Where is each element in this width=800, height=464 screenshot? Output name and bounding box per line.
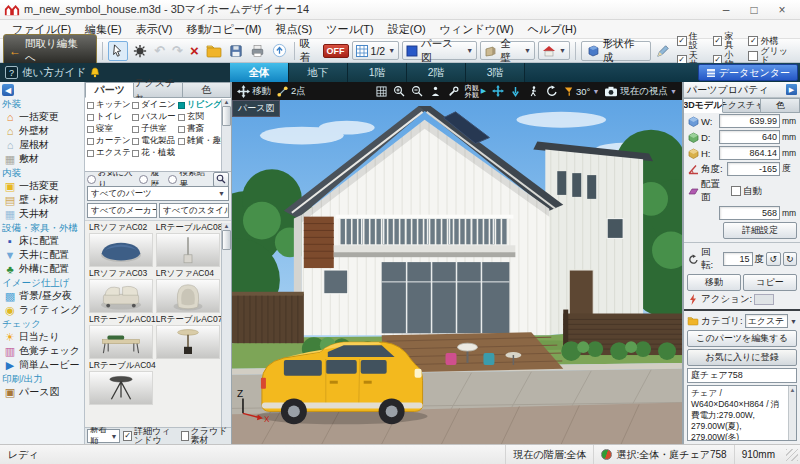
menu-view[interactable]: 表示(V) bbox=[130, 22, 179, 37]
move-down-button[interactable] bbox=[509, 85, 522, 98]
part-name-field[interactable]: 庭チェア758 bbox=[687, 368, 797, 383]
width-field[interactable]: 639.99 bbox=[719, 114, 780, 128]
part-item[interactable]: LRテーブルAC07 bbox=[156, 315, 223, 359]
sidebar-item-wall-floor-material[interactable]: ▤壁・床材 bbox=[0, 193, 84, 207]
measure-pencil-button[interactable] bbox=[654, 42, 672, 60]
rotate-ccw-button[interactable]: ↺ bbox=[766, 252, 780, 266]
select-cursor-button[interactable] bbox=[108, 41, 128, 61]
category-study[interactable]: 書斎 bbox=[176, 123, 222, 135]
detail-settings-button[interactable]: 詳細設定 bbox=[723, 222, 797, 239]
auto-checkbox[interactable] bbox=[731, 186, 741, 196]
sidebar-item-perspective[interactable]: ▣パース図 bbox=[0, 385, 84, 399]
sidebar-item-place-on-floor[interactable]: ▪床に配置 bbox=[0, 234, 84, 248]
two-point-tool[interactable]: 2点 bbox=[276, 85, 306, 98]
wall-mode-dropdown[interactable]: 全壁▼ bbox=[480, 41, 535, 60]
tab-3d-model[interactable]: 3Dモデル bbox=[684, 98, 723, 113]
view-settings-button[interactable] bbox=[447, 85, 460, 98]
parts-scrollbar[interactable]: ▲ bbox=[221, 223, 231, 427]
interior-exterior-toggle[interactable]: 内観外観▶ bbox=[465, 84, 486, 98]
orbit-button[interactable] bbox=[545, 85, 558, 98]
menu-move-copy[interactable]: 移動/コピー(M) bbox=[180, 22, 267, 37]
category-kids-room[interactable]: 子供室 bbox=[130, 123, 176, 135]
check-furniture[interactable]: ✓家具 bbox=[713, 32, 743, 50]
panel-collapse-button[interactable]: ▶ bbox=[786, 84, 797, 95]
add-favorite-button[interactable]: お気に入りに登録 bbox=[687, 349, 797, 366]
data-center-button[interactable]: データセンター bbox=[698, 64, 798, 81]
sidebar-item-sunlight[interactable]: ☀日当たり bbox=[0, 330, 84, 344]
tab-color[interactable]: 色 bbox=[183, 82, 231, 98]
category-curtain-rug[interactable]: カーテン・ラグ bbox=[85, 135, 130, 147]
sun-angle-dropdown[interactable]: 30°▼ bbox=[563, 86, 599, 97]
copy-button[interactable]: コピー bbox=[743, 274, 797, 291]
part-item[interactable]: LRソファAC02 bbox=[89, 223, 156, 267]
part-item[interactable]: LRテーブルAC08 bbox=[156, 223, 223, 267]
angle-field[interactable]: -165 bbox=[727, 162, 780, 176]
delete-button[interactable]: × bbox=[188, 44, 201, 58]
usage-guide-button[interactable]: ? 使い方ガイド bbox=[0, 63, 230, 82]
part-item[interactable]: LRテーブルAC04 bbox=[89, 361, 156, 405]
cloud-upload-button[interactable] bbox=[270, 42, 289, 60]
height-field[interactable]: 864.14 bbox=[719, 146, 780, 160]
tab-texture[interactable]: テクスチャ bbox=[723, 98, 762, 113]
plane-height-field[interactable]: 568 bbox=[719, 206, 780, 220]
move-button[interactable]: 移動 bbox=[687, 274, 741, 291]
tab-floor-2[interactable]: 2階 bbox=[407, 63, 466, 82]
tab-texture[interactable]: テクスチャ bbox=[134, 82, 182, 98]
check-housing-equipment[interactable]: ✓住設 bbox=[677, 32, 707, 50]
sidebar-item-roof-material[interactable]: ⌂屋根材 bbox=[0, 138, 84, 152]
menu-help[interactable]: ヘルプ(H) bbox=[522, 22, 583, 37]
sidebar-item-paving-material[interactable]: ▦敷材 bbox=[0, 152, 84, 166]
style-dropdown[interactable]: すべてのスタイル▼ bbox=[159, 203, 229, 218]
category-exterior[interactable]: エクステリア bbox=[85, 147, 130, 159]
sidebar-item-place-exterior[interactable]: ♣外構に配置 bbox=[0, 262, 84, 276]
close-button[interactable]: × bbox=[768, 1, 796, 19]
resize-grip[interactable] bbox=[786, 449, 798, 461]
print-button[interactable] bbox=[248, 42, 267, 60]
maximize-button[interactable]: □ bbox=[740, 1, 768, 19]
category-scrollbar[interactable]: ▲ bbox=[221, 99, 231, 171]
depth-field[interactable]: 640 bbox=[719, 130, 780, 144]
rotate-field[interactable]: 15 bbox=[723, 252, 753, 266]
check-cloud-material[interactable]: クラウド素材 bbox=[181, 427, 229, 445]
menu-tools[interactable]: ツール(T) bbox=[320, 22, 380, 37]
sidebar-item-color-check[interactable]: ▥色覚チェック bbox=[0, 344, 84, 358]
tab-floor-basement[interactable]: 地下 bbox=[289, 63, 348, 82]
tab-floor-1[interactable]: 1階 bbox=[348, 63, 407, 82]
sort-dropdown[interactable]: 新着順▼ bbox=[87, 429, 120, 443]
tab-floor-3[interactable]: 3階 bbox=[466, 63, 525, 82]
render-quality-button[interactable] bbox=[375, 85, 388, 98]
category-appliances[interactable]: 電化製品 bbox=[130, 135, 176, 147]
category-bedroom[interactable]: 寝室 bbox=[85, 123, 130, 135]
edit-part-button[interactable]: このパーツを編集する bbox=[687, 330, 797, 347]
category-kitchen[interactable]: キッチン bbox=[85, 99, 130, 111]
all-parts-dropdown[interactable]: すべてのパーツ▼ bbox=[87, 186, 229, 201]
sidebar-item-batch-change-exterior[interactable]: ⌂一括変更 bbox=[0, 110, 84, 124]
house-render[interactable]: Z X bbox=[232, 100, 682, 444]
category-goods-hobby[interactable]: 雑貨・趣味 bbox=[176, 135, 222, 147]
minimize-button[interactable]: – bbox=[712, 1, 740, 19]
tab-floor-all[interactable]: 全体 bbox=[230, 63, 289, 82]
grab-tool-button[interactable] bbox=[131, 42, 149, 60]
check-detail-window[interactable]: ✓詳細ウィンドウ bbox=[123, 427, 178, 445]
maker-dropdown[interactable]: すべてのメーカー▼ bbox=[87, 203, 157, 218]
sidebar-item-movie[interactable]: ▶簡単ムービー bbox=[0, 358, 84, 372]
menu-settings[interactable]: 設定(O) bbox=[382, 22, 432, 37]
check-exterior[interactable]: ✓外構 bbox=[748, 36, 797, 46]
sidebar-item-place-on-ceiling[interactable]: ▼天井に配置 bbox=[0, 248, 84, 262]
pan-view-button[interactable] bbox=[491, 85, 504, 98]
sidebar-item-ceiling-material[interactable]: ▦天井材 bbox=[0, 207, 84, 221]
zoom-in-button[interactable] bbox=[393, 85, 406, 98]
viewpoint-move-tool[interactable]: 移動 bbox=[237, 85, 271, 98]
sidebar-collapse-button[interactable]: ◀ bbox=[2, 84, 14, 96]
part-item[interactable]: LRソファAC04 bbox=[156, 269, 223, 313]
view-mode-dropdown[interactable]: パース図▼ bbox=[402, 41, 477, 60]
open-file-button[interactable] bbox=[204, 42, 224, 60]
tab-color[interactable]: 色 bbox=[761, 98, 800, 113]
snap-toggle[interactable]: 吸着OFF bbox=[300, 37, 349, 65]
category-dropdown[interactable]: エクステリア bbox=[745, 314, 789, 328]
category-dining[interactable]: ダイニング bbox=[130, 99, 176, 111]
category-entrance[interactable]: 玄関 bbox=[176, 111, 222, 123]
save-button[interactable] bbox=[227, 42, 245, 60]
tab-parts[interactable]: パーツ bbox=[85, 82, 134, 98]
part-item[interactable]: LRソファAC03 bbox=[89, 269, 156, 313]
